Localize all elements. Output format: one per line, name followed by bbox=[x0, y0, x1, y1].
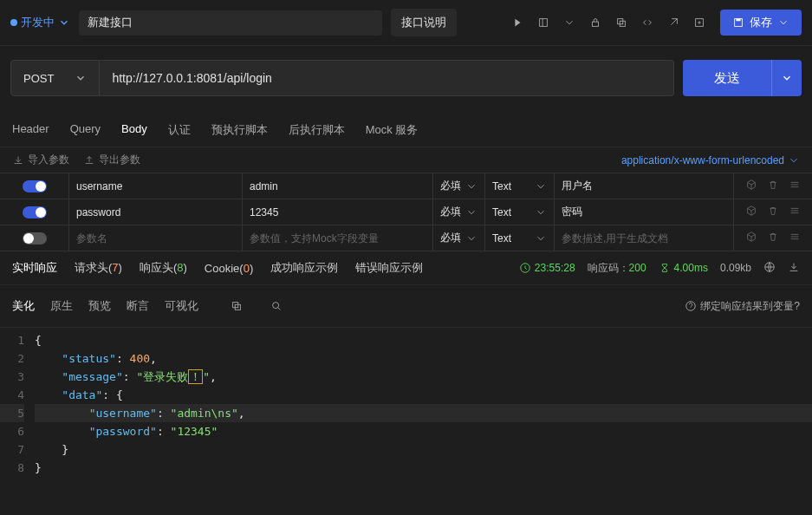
play-icon[interactable] bbox=[505, 10, 529, 35]
tab-auth[interactable]: 认证 bbox=[168, 114, 191, 147]
tab-header[interactable]: Header bbox=[12, 114, 49, 147]
param-name-input[interactable] bbox=[76, 232, 235, 244]
param-desc-input[interactable] bbox=[562, 232, 726, 244]
param-desc[interactable]: 用户名 bbox=[562, 179, 593, 193]
tab-success-example[interactable]: 成功响应示例 bbox=[270, 260, 338, 276]
cube-icon[interactable] bbox=[745, 179, 757, 193]
delete-icon[interactable] bbox=[767, 231, 779, 245]
param-toolbar: 导入参数 导出参数 application/x-www-form-urlenco… bbox=[0, 147, 812, 173]
menu-icon[interactable] bbox=[789, 179, 801, 193]
chevron-down-icon bbox=[465, 206, 477, 218]
cube-icon[interactable] bbox=[745, 205, 757, 219]
doc-button[interactable]: 接口说明 bbox=[391, 9, 457, 36]
send-dropdown[interactable] bbox=[771, 60, 802, 96]
tab-body[interactable]: Body bbox=[121, 114, 147, 147]
chevron-down-icon[interactable] bbox=[557, 10, 581, 35]
delete-icon[interactable] bbox=[767, 179, 779, 193]
clock-icon bbox=[519, 262, 531, 274]
bind-variable-link[interactable]: 绑定响应结果到变量? bbox=[685, 299, 800, 314]
status-badge[interactable]: 开发中 bbox=[10, 15, 70, 30]
svg-rect-2 bbox=[593, 22, 599, 26]
param-value[interactable]: admin bbox=[250, 180, 278, 192]
chevron-down-icon bbox=[535, 180, 547, 192]
svg-rect-0 bbox=[540, 19, 548, 27]
tab-postscript[interactable]: 后执行脚本 bbox=[289, 114, 345, 147]
import-params[interactable]: 导入参数 bbox=[12, 153, 69, 167]
help-icon bbox=[685, 300, 697, 312]
view-pretty[interactable]: 美化 bbox=[12, 298, 35, 314]
url-bar: POST 发送 bbox=[0, 46, 812, 114]
lock-icon[interactable] bbox=[583, 10, 607, 35]
external-icon[interactable] bbox=[661, 10, 685, 35]
download-icon[interactable] bbox=[788, 261, 800, 276]
export-params[interactable]: 导出参数 bbox=[83, 153, 140, 167]
code-editor[interactable]: 12345678 { "status": 400, "message": "登录… bbox=[0, 328, 812, 480]
cube-icon[interactable] bbox=[745, 231, 757, 245]
layout-icon[interactable] bbox=[531, 10, 555, 35]
svg-rect-7 bbox=[736, 19, 740, 22]
svg-point-12 bbox=[273, 303, 279, 309]
duration: 4.00ms bbox=[674, 262, 708, 274]
tab-query[interactable]: Query bbox=[70, 114, 101, 147]
import-icon bbox=[12, 154, 24, 166]
response-tabs: 实时响应 请求头(7) 响应头(8) Cookie(0) 成功响应示例 错误响应… bbox=[0, 251, 812, 284]
tab-mock[interactable]: Mock 服务 bbox=[366, 114, 419, 147]
param-desc[interactable]: 密码 bbox=[562, 205, 582, 219]
param-value-input[interactable] bbox=[250, 232, 425, 244]
send-button[interactable]: 发送 bbox=[683, 60, 771, 96]
search-icon[interactable] bbox=[264, 294, 289, 318]
menu-icon[interactable] bbox=[789, 231, 801, 245]
table-row: username admin 必填 Text 用户名 bbox=[0, 173, 812, 199]
view-raw[interactable]: 原生 bbox=[50, 298, 73, 314]
content-type-select[interactable]: application/x-www-form-urlencoded bbox=[621, 154, 800, 166]
copy-icon[interactable] bbox=[224, 294, 249, 318]
export-icon bbox=[83, 154, 95, 166]
param-toggle[interactable] bbox=[23, 180, 47, 192]
code-content: { "status": 400, "message": "登录失败！", "da… bbox=[35, 331, 812, 477]
delete-icon[interactable] bbox=[767, 205, 779, 219]
add-box-icon[interactable] bbox=[687, 10, 711, 35]
tab-resp-header[interactable]: 响应头(8) bbox=[140, 260, 187, 276]
param-type[interactable]: Text bbox=[485, 173, 555, 199]
code-icon[interactable] bbox=[635, 10, 659, 35]
chevron-down-icon bbox=[465, 180, 477, 192]
tab-req-header[interactable]: 请求头(7) bbox=[75, 260, 122, 276]
param-value[interactable]: 12345 bbox=[250, 206, 278, 218]
param-toggle[interactable] bbox=[23, 232, 47, 244]
param-type[interactable]: Text bbox=[485, 225, 555, 251]
param-name[interactable]: username bbox=[76, 180, 122, 192]
param-name[interactable]: password bbox=[76, 206, 120, 218]
view-assert[interactable]: 断言 bbox=[127, 298, 149, 314]
timestamp: 23:55:28 bbox=[535, 262, 575, 274]
url-input[interactable] bbox=[100, 60, 674, 96]
table-row: 必填 Text bbox=[0, 225, 812, 251]
method-select[interactable]: POST bbox=[10, 60, 100, 96]
copy-icon[interactable] bbox=[609, 10, 633, 35]
menu-icon[interactable] bbox=[789, 205, 801, 219]
save-button[interactable]: 保存 bbox=[720, 10, 802, 36]
api-name-input[interactable] bbox=[79, 10, 382, 36]
status-dot-icon bbox=[10, 19, 17, 26]
param-type[interactable]: Text bbox=[485, 199, 555, 225]
tab-cookie[interactable]: Cookie(0) bbox=[205, 262, 253, 275]
tab-error-example[interactable]: 错误响应示例 bbox=[355, 260, 423, 276]
top-bar: 开发中 接口说明 保存 bbox=[0, 0, 812, 46]
chevron-down-icon bbox=[777, 16, 789, 29]
chevron-down-icon bbox=[535, 206, 547, 218]
param-required[interactable]: 必填 bbox=[433, 173, 485, 199]
view-preview[interactable]: 预览 bbox=[88, 298, 111, 314]
view-visual[interactable]: 可视化 bbox=[165, 298, 198, 314]
param-required[interactable]: 必填 bbox=[433, 225, 485, 251]
param-required[interactable]: 必填 bbox=[433, 199, 485, 225]
param-toggle[interactable] bbox=[23, 206, 47, 218]
table-row: password 12345 必填 Text 密码 bbox=[0, 199, 812, 225]
line-numbers: 12345678 bbox=[0, 331, 35, 477]
tab-prescript[interactable]: 预执行脚本 bbox=[211, 114, 268, 147]
globe-icon[interactable] bbox=[763, 261, 776, 276]
view-tabs: 美化 原生 预览 断言 可视化 绑定响应结果到变量? bbox=[0, 284, 812, 328]
chevron-down-icon bbox=[535, 232, 547, 244]
method-label: POST bbox=[23, 72, 54, 85]
size: 0.09kb bbox=[720, 262, 751, 274]
chevron-down-icon bbox=[58, 16, 70, 29]
tab-realtime[interactable]: 实时响应 bbox=[12, 260, 57, 276]
